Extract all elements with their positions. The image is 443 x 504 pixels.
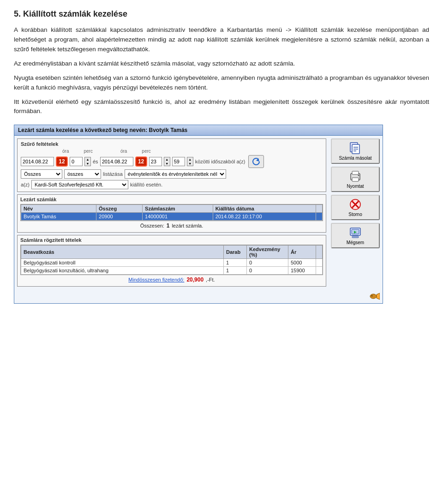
items-scroll-spacer [316,246,323,259]
date2-input[interactable]: 2014.08.22 [100,157,133,166]
min2b-up[interactable]: ▲ [187,157,193,162]
dialog-title: Lezárt számla kezelése a következő beteg… [18,127,187,133]
summary-count: 1 [167,222,170,229]
page-heading: 5. Kiállított számlák kezelése [14,9,429,19]
row-spacer [316,213,323,221]
items-col-qty: Darab [224,246,247,259]
copy-button[interactable]: Számla másolat [331,138,380,164]
dialog-titlebar: Lezárt számla kezelése a következő beteg… [14,125,383,136]
combo3-select[interactable]: événytelenítők és érvénytelenítettek nél… [125,169,226,179]
svg-marker-18 [377,293,380,300]
filter-section: Szűrő feltételek óra perc óra perc 2014.… [17,138,326,192]
item-qty-1: 1 [224,259,247,267]
col-invoice-num: Számlaszám [143,205,213,213]
dialog-window: Lezárt számla kezelése a következő beteg… [14,125,383,304]
min1-down[interactable]: ▼ [85,162,90,166]
items-col-name: Beavatkozás [21,246,224,259]
storno-icon [348,198,362,211]
cancel-label: Mégsem [347,240,364,245]
combo2-select[interactable]: összes [64,169,101,179]
invoices-table: Név Összeg Számlaszám Kiállítás dátuma B… [21,204,323,221]
item-row[interactable]: Belgyógyászati konzultáció, ultrahang 1 … [21,267,323,275]
items-table-scroll[interactable]: Beavatkozás Darab Kedvezmény (%) Ár Belg… [20,245,323,275]
from-hora-label: óra [62,149,69,154]
go-button[interactable] [248,155,264,168]
invoice-items-section: Számlára rögzített tételek Beavatkozás D… [17,235,326,287]
item-row[interactable]: Belgyógyászati kontroll 1 0 5000 [21,259,323,267]
list-label: listázása [103,171,123,177]
invoice-name: Bvotyik Tamás [21,213,96,221]
print-icon [348,170,362,183]
invoice-row[interactable]: Bvotyik Tamás 20900 14000001 2014.08.22 … [21,213,323,221]
min2-spinner[interactable]: ▲ ▼ [164,157,170,166]
invoice-num: 14000001 [143,213,213,221]
hour2-badge: 12 [135,156,147,167]
row-spacer [316,267,323,275]
from-perc-label: perc [84,149,92,154]
total-amount: 20,900 [186,276,204,283]
storno-label: Storno [348,212,362,217]
issuer-suffix: kiállító esetén. [130,182,162,187]
hour1-badge: 12 [56,156,68,167]
items-section-title: Számlára rögzített tételek [20,237,323,243]
item-discount-1: 0 [247,259,288,267]
storno-button[interactable]: Storno [331,195,380,220]
svg-point-8 [358,175,359,176]
item-price-1: 5000 [288,259,316,267]
min1-up[interactable]: ▲ [85,157,90,162]
row-spacer [316,259,323,267]
item-price-2: 15900 [288,267,316,275]
items-col-price: Ár [288,246,316,259]
svg-rect-7 [352,178,359,181]
issuer-prefix: a(z) [21,182,30,187]
paragraph-1: A korábban kiállított számlákkal kapcsol… [14,25,429,54]
summary-row: Összesen: 1 lezárt számla. [20,221,323,230]
min2-up[interactable]: ▲ [164,157,170,162]
closed-invoices-section: Lezárt számlák Név Összeg Számlaszám Kiá… [17,194,326,233]
invoices-table-scroll[interactable]: Név Összeg Számlaszám Kiállítás dátuma B… [20,204,323,221]
col-issue-date: Kiállítás dátuma [213,205,316,213]
total-label[interactable]: Mindösszesen fizetendő: [128,277,184,282]
invoice-date: 2014.08.22 10:17:00 [213,213,316,221]
item-discount-2: 0 [247,267,288,275]
closed-invoices-title: Lezárt számlák [20,197,323,202]
refresh-icon [251,156,261,167]
to-perc-label: perc [142,149,150,154]
summary-suffix: lezárt számla. [172,223,203,228]
to-hora-label: óra [120,149,127,154]
min1-input[interactable]: 0 [70,157,83,166]
col-scroll-spacer [316,205,323,213]
svg-rect-6 [352,171,359,174]
copy-icon [348,142,362,155]
min2b-spinner[interactable]: ▲ ▼ [187,157,193,166]
total-row: Mindösszesen fizetendő: 20,900 ,-Ft. [20,275,323,284]
col-amount: Összeg [96,205,143,213]
filter-section-title: Szűrő feltételek [21,141,323,147]
total-currency: ,-Ft. [206,277,215,282]
cancel-button[interactable]: Mégsem [331,223,380,248]
item-name-1: Belgyógyászati kontroll [21,259,224,267]
svg-point-19 [371,295,372,296]
issuer-select[interactable]: Kardi-Soft Szofverfejlesztő Kft. [31,180,128,189]
print-button[interactable]: Nyomtat [331,167,380,192]
item-name-2: Belgyógyászati konzultáció, ultrahang [21,267,224,275]
min2b-input[interactable]: 59 [172,157,185,166]
date1-input[interactable]: 2014.08.22 [21,157,54,166]
paragraph-4: Itt közvetlenül elérhető egy számlaössze… [14,97,429,117]
col-name: Név [21,205,96,213]
paragraph-2: Az eredménylistában a kívánt számlát kés… [14,59,429,69]
dialog-left-panel: Szűrő feltételek óra perc óra perc 2014.… [17,138,326,287]
and-label: és [93,159,98,164]
combo1-select[interactable]: Összes [21,169,62,179]
items-table: Beavatkozás Darab Kedvezmény (%) Ár Belg… [21,245,323,275]
item-qty-2: 1 [224,267,247,275]
min2b-down[interactable]: ▼ [187,162,193,166]
bottom-decoration [14,289,383,303]
min2-down[interactable]: ▼ [164,162,170,166]
cancel-icon [348,226,362,239]
svg-rect-13 [352,236,359,238]
between-label: közötti időszakból a(z) [195,159,245,164]
min2-input[interactable]: 23 [149,157,162,166]
copy-label: Számla másolat [339,156,371,161]
min1-spinner[interactable]: ▲ ▼ [84,157,91,166]
